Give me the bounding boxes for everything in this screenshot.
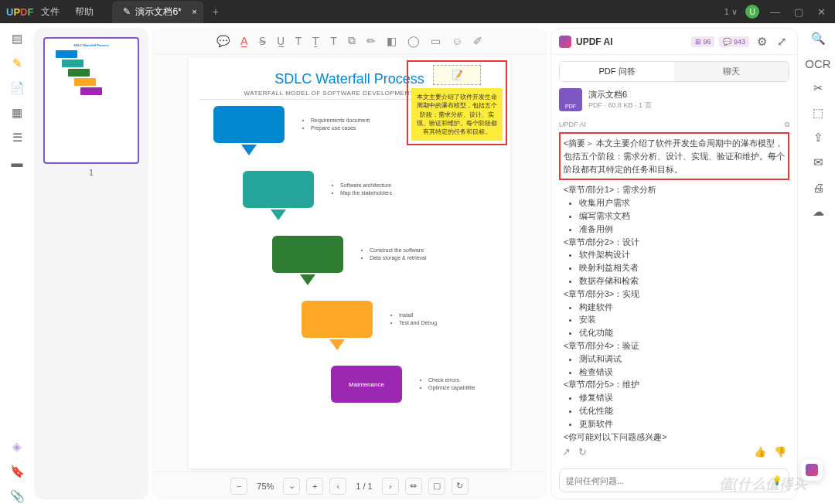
arrow-icon <box>271 209 286 220</box>
badge-msgs[interactable]: 💬 943 <box>719 36 749 47</box>
thumbs-up-icon[interactable]: 👍 <box>754 446 766 458</box>
ai-bullet: 映射利益相关者 <box>579 261 789 274</box>
print-icon[interactable]: 🖨 <box>810 179 826 195</box>
thumb-title: SDLC Waterfall Process <box>49 43 133 47</box>
ai-bullet: 收集用户需求 <box>579 196 789 209</box>
note-text: 本文主要介绍了软件开发生命周期中的瀑布模型，包括五个阶段：需求分析、设计、实现、… <box>411 88 503 141</box>
page-indicator[interactable]: 1 / 1 <box>353 482 375 491</box>
minimize-icon[interactable]: — <box>767 6 783 18</box>
ocr-icon[interactable]: OCR <box>810 56 826 71</box>
right-toolbar: 🔍 OCR ✂ ⬚ ⇪ ✉ 🖨 ☁ <box>801 23 835 504</box>
ai-bullet: 优化功能 <box>579 326 789 339</box>
edit-icon[interactable]: 📄 <box>9 80 25 96</box>
stage-box <box>213 106 285 143</box>
compress-icon[interactable]: ⬚ <box>810 105 826 121</box>
search-icon[interactable]: 🔍 <box>810 31 826 46</box>
sticker-icon[interactable]: ☺ <box>452 35 462 47</box>
zoom-dropdown-icon[interactable]: ⌄ <box>283 478 300 495</box>
stage-desc: Construct the softwareData storage & ret… <box>362 247 427 262</box>
reader-icon[interactable]: ▤ <box>9 31 25 46</box>
document-tab[interactable]: ✎ 演示文档6* × <box>112 1 203 23</box>
ai-bullet: 测试和调试 <box>579 352 789 366</box>
strike-icon[interactable]: S̶ <box>259 35 266 47</box>
ask-input-wrap[interactable]: 💡 <box>559 468 789 492</box>
pencil-icon[interactable]: ✏ <box>366 35 376 47</box>
stage-box <box>272 236 343 273</box>
underline-icon[interactable]: U̲ <box>277 35 285 47</box>
highlight-icon[interactable]: A̲ <box>240 35 248 47</box>
fit-page-icon[interactable]: ▢ <box>428 478 445 495</box>
comment-icon[interactable]: 💬 <box>216 35 230 47</box>
zoom-out-button[interactable]: − <box>230 478 247 495</box>
arrow-icon <box>241 145 257 155</box>
left-toolbar: ▤ ✎ 📄 ▦ ☰ ▬ ◈ 🔖 📎 <box>0 23 34 504</box>
ai-doc-card[interactable]: PDF 演示文档6 PDF · 60.8 KB · 1 页 <box>559 88 789 111</box>
menu-help[interactable]: 帮助 <box>75 5 94 19</box>
next-page-button[interactable]: › <box>382 478 399 495</box>
crop-icon[interactable]: ✂ <box>810 80 826 96</box>
export-icon[interactable]: ⇪ <box>810 130 826 145</box>
ai-bullet: 编写需求文档 <box>579 209 789 223</box>
text-icon[interactable]: T <box>330 35 337 47</box>
ai-bullet: 准备用例 <box>579 223 789 236</box>
stage-box <box>302 301 373 338</box>
ai-settings-icon[interactable]: ⚙ <box>754 34 769 49</box>
ai-expand-icon[interactable]: ⤢ <box>774 34 789 49</box>
tab-chat[interactable]: 聊天 <box>674 62 789 81</box>
regen-icon[interactable]: ↻ <box>578 446 587 458</box>
insert-icon[interactable]: Ṯ <box>312 35 319 47</box>
eraser-icon[interactable]: ◧ <box>387 35 397 47</box>
ai-bullet: 更新软件 <box>579 417 789 431</box>
ai-copy-icon[interactable]: ⧉ <box>785 121 789 129</box>
app-logo: UPDF <box>6 6 33 18</box>
ai-bullet: 修复错误 <box>579 391 789 404</box>
sticky-note[interactable]: 📝 本文主要介绍了软件开发生命周期中的瀑布模型，包括五个阶段：需求分析、设计、实… <box>407 60 507 145</box>
tab-pdf-qa[interactable]: PDF 问答 <box>560 62 674 81</box>
ask-input[interactable] <box>566 476 772 485</box>
tab-add-button[interactable]: + <box>213 5 219 18</box>
bookmark-icon[interactable]: 🔖 <box>9 464 25 479</box>
textbox-icon[interactable]: ⧉ <box>348 34 356 47</box>
ai-bullet: 优化性能 <box>579 404 789 417</box>
share-icon[interactable]: ↗ <box>562 446 571 458</box>
document-page: SDLC Waterfall Process WATERFALL MODEL O… <box>189 57 510 468</box>
page-thumbnail[interactable]: SDLC Waterfall Process <box>43 37 139 164</box>
maximize-icon[interactable]: ▢ <box>791 6 806 18</box>
hint-icon[interactable]: 💡 <box>772 475 782 485</box>
stage-box: Maintenance <box>331 366 402 403</box>
avatar[interactable]: U <box>745 5 759 19</box>
ai-logo-icon <box>559 36 571 48</box>
organize-icon[interactable]: ▦ <box>9 105 25 121</box>
form-icon[interactable]: ☰ <box>9 130 25 145</box>
shapes-icon[interactable]: ◯ <box>407 35 420 47</box>
menu-file[interactable]: 文件 <box>41 5 60 19</box>
attach-icon[interactable]: 📎 <box>9 489 25 504</box>
tab-close-icon[interactable]: × <box>192 7 196 16</box>
stage-desc: Check errorsOptimize capabilitie <box>421 376 475 392</box>
ai-bullet: 数据存储和检索 <box>579 274 789 288</box>
ai-summary: <摘要＞ 本文主要介绍了软件开发生命周期中的瀑布模型，包括五个阶段：需求分析、设… <box>559 132 789 180</box>
cloud-icon[interactable]: ☁ <box>810 204 826 220</box>
prev-page-button[interactable]: ‹ <box>329 478 346 495</box>
thumbs-down-icon[interactable]: 👎 <box>774 446 786 458</box>
layers-icon[interactable]: ◈ <box>9 439 25 455</box>
squiggly-icon[interactable]: T <box>295 35 302 47</box>
annotate-icon[interactable]: ✎ <box>9 56 25 71</box>
stamp-icon[interactable]: ▭ <box>431 35 441 47</box>
note-icon: 📝 <box>433 65 481 85</box>
close-icon[interactable]: ✕ <box>814 6 829 18</box>
sign-icon[interactable]: ✐ <box>473 35 482 47</box>
zoom-bar: − 75% ⌄ + ‹ 1 / 1 › ⇔ ▢ ↻ <box>152 472 547 499</box>
zoom-in-button[interactable]: + <box>306 478 323 495</box>
fit-width-icon[interactable]: ⇔ <box>405 478 422 495</box>
rotate-icon[interactable]: ↻ <box>452 478 469 495</box>
stage-desc: InstallTest and Debug <box>391 312 437 327</box>
ai-response-body: <摘要＞ 本文主要介绍了软件开发生命周期中的瀑布模型，包括五个阶段：需求分析、设… <box>551 132 797 441</box>
badge-docs[interactable]: ⊞ 96 <box>691 36 715 47</box>
version-label[interactable]: 1 ∨ <box>724 7 738 17</box>
email-icon[interactable]: ✉ <box>810 155 826 170</box>
zoom-level[interactable]: 75% <box>254 482 277 491</box>
redact-icon[interactable]: ▬ <box>9 155 25 170</box>
ai-fab[interactable] <box>801 459 823 481</box>
titlebar: UPDF 文件 帮助 ✎ 演示文档6* × + 1 ∨ U — ▢ ✕ <box>0 0 835 23</box>
